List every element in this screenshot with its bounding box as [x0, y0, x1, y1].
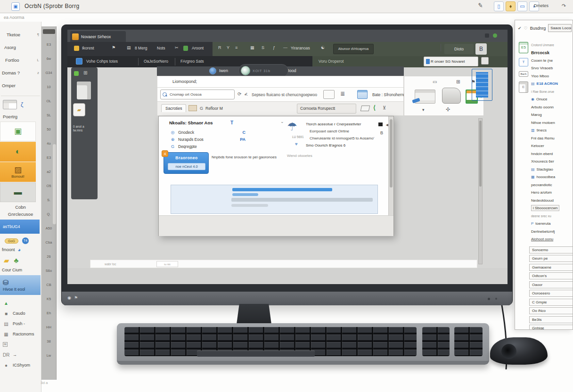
list-item[interactable]: Arbuto ooonn	[531, 103, 573, 111]
print-stack-icon[interactable]: ≣	[340, 90, 345, 97]
refresh-icon[interactable]: ⟳	[237, 91, 241, 97]
grid-icon[interactable]: ⊞	[456, 79, 460, 84]
preview-icon[interactable]	[357, 90, 368, 99]
sidebar-bottom-item[interactable]: DR →	[3, 350, 41, 360]
bar2-item[interactable]: OaJeSorNero	[144, 59, 168, 64]
scrollbar-thumb[interactable]	[390, 119, 393, 188]
scanner-icon[interactable]	[442, 88, 461, 104]
gog-badge[interactable]: GoG	[5, 238, 18, 244]
g-icon[interactable]: G	[200, 106, 203, 111]
chevron-icon[interactable]: ⌄	[280, 119, 284, 124]
tab-refloor[interactable]: Refloor M	[205, 106, 223, 111]
text-doc-icon[interactable]: T	[519, 58, 528, 66]
swatch-icon[interactable]	[378, 122, 383, 126]
dialog-option[interactable]: G Deqregpte	[170, 143, 246, 150]
minimize-button[interactable]	[485, 33, 489, 38]
strip-scrollbar-thumb[interactable]	[53, 144, 56, 224]
bird-icon[interactable]: ζ	[21, 101, 23, 108]
t4-badge[interactable]: T4	[22, 237, 29, 244]
menu-right-label[interactable]: Yiraranoas	[291, 46, 310, 50]
folder-button[interactable]: ▰	[73, 103, 85, 116]
bug-icon[interactable]: ✣	[446, 106, 450, 113]
f-icon[interactable]: ƒ	[273, 45, 275, 50]
list-item[interactable]: Nedeotdouud	[531, 196, 573, 204]
wand-icon[interactable]: Y	[227, 45, 229, 50]
spreadsheet-icon[interactable]: E5	[519, 42, 528, 53]
tile-library[interactable]: ▣	[0, 122, 36, 141]
globe-blue-icon[interactable]	[209, 67, 216, 74]
menu-item[interactable]: Aroont	[192, 46, 204, 50]
document-icon[interactable]	[77, 82, 91, 99]
camera-tool-button[interactable]: ▭	[517, 1, 527, 11]
panel-button[interactable]: Ooroeeero	[529, 290, 573, 297]
menu-right-box[interactable]: Aburoor dVriicaprroa	[333, 44, 374, 54]
sidebar-bottom-item[interactable]: ▲	[3, 298, 41, 308]
cornoeta-field[interactable]: Cornoeta Rorupectt	[297, 104, 356, 114]
ba-icon[interactable]: Ba/A	[519, 71, 528, 77]
account-pill[interactable]: XOIT 31b	[238, 64, 288, 77]
heart-icon[interactable]: ♡	[524, 26, 528, 31]
scrollbar-thumb[interactable]	[479, 121, 482, 187]
window-scrollbar[interactable]	[478, 118, 483, 264]
menu-item[interactable]: 8 Merg	[135, 46, 147, 50]
list-item[interactable]: Fnl das Remu	[531, 134, 573, 142]
b-button[interactable]: B	[475, 43, 487, 55]
pencil-icon[interactable]: ✎	[477, 1, 483, 9]
list-item[interactable]: Yioo Mboo	[531, 72, 573, 80]
chevron-down-icon[interactable]: ▾	[422, 107, 425, 112]
redo-arrow-icon[interactable]: ↷	[562, 3, 566, 9]
list-item[interactable]: Brrcocsk	[531, 49, 573, 57]
cursor-icon[interactable]: R	[218, 45, 221, 50]
palette-icon[interactable]	[188, 105, 197, 111]
list-item[interactable]: Marog	[531, 111, 573, 119]
funnel-icon[interactable]: ⊻	[383, 105, 386, 110]
list-item[interactable]: i Sbooocercwn	[531, 204, 573, 212]
list-item[interactable]: Dertnebetcrnfj	[531, 228, 573, 236]
grid-icon[interactable]: ⊞	[83, 70, 87, 75]
tile-display[interactable]: ▬	[0, 182, 36, 202]
list-item[interactable]: Alohoot oonu	[531, 236, 573, 244]
menu-item[interactable]: Nots	[157, 46, 165, 50]
tile-bonout[interactable]: ▨Bonout!	[0, 162, 36, 182]
sidebar-bottom-item[interactable]: ▤ Posh -	[3, 318, 41, 329]
blue-chip-icon[interactable]	[76, 58, 82, 65]
table-icon[interactable]	[3, 100, 17, 109]
sidebar-nav-item[interactable]: Tketoe ¶	[2, 28, 41, 41]
keyboard-icon[interactable]: ▦	[250, 45, 254, 50]
highlight-tool-button[interactable]: ♦	[506, 1, 516, 11]
panel-button[interactable]: C Gmpie	[529, 299, 573, 306]
document-tool-button[interactable]: ▯	[494, 1, 504, 11]
check-icon[interactable]: ✔	[518, 26, 522, 31]
panel-button[interactable]: Geurn pe	[529, 255, 573, 262]
list-item[interactable]: Xnouxecs 6er	[531, 158, 573, 166]
bar2-item[interactable]: Vohe Cohps totes	[86, 59, 118, 64]
printer-icon[interactable]	[415, 90, 435, 104]
list-item[interactable]: ▤ Slacbgiao	[531, 165, 573, 173]
list-item[interactable]: deene srec xu	[531, 212, 573, 220]
tab-sacroties[interactable]: Sacroties	[161, 104, 186, 112]
dialog-scrollbar[interactable]	[388, 116, 393, 215]
list-item[interactable]: Ketocer	[531, 142, 573, 150]
address-text[interactable]: Liomoopond;	[172, 79, 197, 84]
blue-side-panel[interactable]	[472, 69, 492, 101]
search-input[interactable]: Cnomap ort Oosoa	[160, 90, 235, 99]
list-item[interactable]: pecxandiotic	[531, 181, 573, 189]
calc-icon[interactable]	[481, 57, 489, 65]
list-item[interactable]: i Rae Bone.orue	[531, 88, 573, 96]
list-item[interactable]: Hero a/ofom	[531, 189, 573, 197]
folder-yellow-icon[interactable]: ▰	[4, 256, 9, 265]
panel-button[interactable]: Oo iNco	[529, 307, 573, 314]
yellow-square-icon[interactable]	[74, 46, 79, 51]
window-icon[interactable]: ▭	[433, 79, 437, 84]
pennant-icon[interactable]: ⚑	[112, 45, 115, 50]
plant-icon[interactable]: ♣	[14, 256, 19, 265]
sidebar-bottom-item[interactable]: ▦ Ractonoms	[3, 329, 41, 339]
panel-button[interactable]: Be3ts	[529, 316, 573, 323]
dialog-option[interactable]: ⊕ Nurapds Eoos PA	[170, 136, 246, 143]
menu-item[interactable]: Ikorest	[82, 46, 94, 50]
lines-icon[interactable]: ≡	[235, 45, 237, 50]
list-item[interactable]: Crotord Unmare	[531, 41, 573, 49]
list-item[interactable]: ▦ hooocdbea	[531, 173, 573, 181]
bar2-item[interactable]: FArgreo Sats	[180, 59, 204, 64]
fmoont-row[interactable]: fmoont◕	[0, 244, 41, 253]
